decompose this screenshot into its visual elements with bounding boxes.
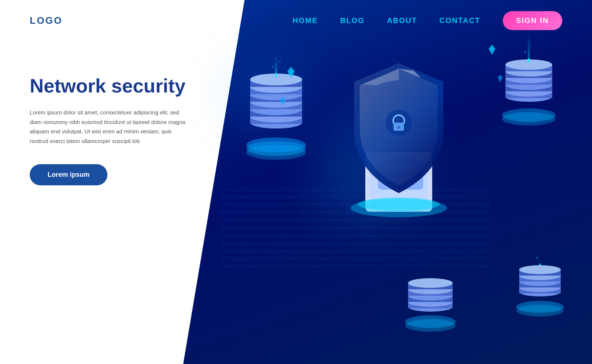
svg-point-48 [519,265,561,274]
svg-point-36 [530,44,531,45]
svg-marker-80 [498,75,503,82]
diamond-3 [489,45,495,55]
navbar: LOGO HOME BLOG ABOUT CONTACT SIGN IN [0,0,592,41]
nav-contact[interactable]: CONTACT [439,16,480,25]
svg-marker-79 [489,45,495,55]
nav-blog[interactable]: BLOG [340,16,365,25]
hero-illustration: 1010101010101010101010101010101010101010… [183,0,592,364]
server-rack-bottom-right [399,247,462,334]
left-content: Network security Lorem ipsum dolor sit a… [30,74,186,185]
nav-about[interactable]: ABOUT [387,16,417,25]
nav-links: HOME BLOG ABOUT CONTACT SIGN IN [292,11,562,30]
cta-button[interactable]: Lorem ipsum [30,164,107,185]
svg-point-39 [516,301,564,313]
svg-point-22 [502,108,556,122]
svg-point-52 [405,315,456,328]
hero-title: Network security [30,74,186,97]
svg-point-61 [408,278,453,288]
diamond-1 [287,67,295,78]
svg-point-50 [536,257,538,259]
hero-description: Lorem ipsum dolor sit amet, consectetuer… [30,108,186,146]
svg-point-65 [358,198,440,211]
logo: LOGO [30,15,63,26]
svg-marker-78 [280,97,286,105]
server-rack-left [239,56,313,161]
diamond-4 [498,74,503,82]
svg-point-18 [279,61,281,62]
svg-marker-77 [287,67,295,78]
svg-point-17 [272,66,273,68]
svg-point-35 [524,51,526,53]
svg-rect-20 [275,56,277,78]
signin-button[interactable]: SIGN IN [503,11,562,30]
server-rack-right-top [495,33,562,128]
shield-illustration: ★★★★ [324,48,458,215]
svg-point-49 [539,264,541,266]
nav-home[interactable]: HOME [292,16,318,25]
svg-point-2 [246,137,306,152]
svg-point-76 [397,126,400,129]
server-rack-right-bottom [510,236,570,319]
diamond-2 [280,97,286,105]
